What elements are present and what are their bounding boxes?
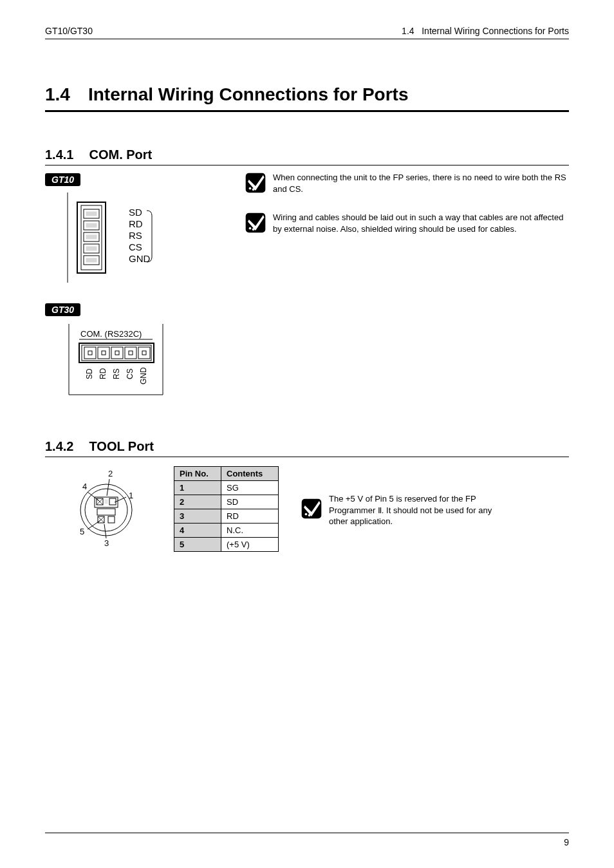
header-right-num: 1.4 (402, 26, 414, 36)
subsection-142-number: 1.4.2 (45, 439, 73, 454)
svg-text:RD: RD (129, 218, 143, 229)
svg-rect-26 (98, 347, 109, 359)
svg-text:1: 1 (129, 491, 133, 500)
svg-text:5: 5 (80, 527, 84, 536)
header-left: GT10/GT30 (45, 26, 93, 36)
svg-rect-24 (84, 347, 96, 359)
svg-rect-12 (86, 258, 97, 262)
pin-no: 5 (174, 538, 221, 552)
svg-text:RS: RS (129, 230, 142, 241)
header-right: 1.4 Internal Wiring Connections for Port… (402, 26, 569, 36)
svg-text:4: 4 (82, 482, 87, 491)
svg-rect-32 (138, 347, 150, 359)
th-contents: Contents (221, 467, 279, 481)
gt10-com-port-diagram: SD RD RS CS GND (64, 193, 232, 285)
note-1-text: When connecting the unit to the FP serie… (273, 172, 569, 194)
page-footer: 9 (45, 833, 569, 847)
pin-content: SD (221, 495, 279, 509)
svg-rect-22 (79, 343, 154, 363)
svg-rect-27 (102, 351, 106, 355)
section-title: Internal Wiring Connections for Ports (88, 84, 409, 105)
svg-text:CS: CS (126, 368, 135, 379)
note-1: When connecting the unit to the FP serie… (245, 172, 569, 196)
th-pin-no: Pin No. (174, 467, 221, 481)
header-right-title: Internal Wiring Connections for Ports (422, 26, 569, 36)
pin-content: (+5 V) (221, 538, 279, 552)
tool-port-pin-table: Pin No. Contents 1SG 2SD 3RD 4N.C. 5(+5 … (174, 466, 279, 552)
subsection-141-title: COM. Port (89, 147, 152, 162)
pin-no: 3 (174, 509, 221, 524)
svg-rect-28 (111, 347, 123, 359)
svg-point-45 (252, 228, 255, 231)
note-2-text: Wiring and cables should be laid out in … (273, 212, 569, 234)
gt10-badge: GT10 (45, 173, 80, 186)
svg-point-42 (252, 188, 255, 191)
svg-text:GND: GND (139, 367, 148, 384)
svg-rect-52 (105, 500, 107, 504)
page-number: 9 (564, 837, 569, 847)
page-header: GT10/GT30 1.4 Internal Wiring Connection… (45, 26, 569, 36)
gt30-badge: GT30 (45, 303, 80, 316)
note-2: Wiring and cables should be laid out in … (245, 212, 569, 236)
svg-rect-54 (108, 516, 115, 523)
section-rule (45, 110, 569, 112)
header-rule (45, 39, 569, 39)
svg-text:SD: SD (85, 368, 94, 379)
pin-no: 4 (174, 524, 221, 538)
svg-rect-25 (88, 351, 92, 355)
tool-port-diagram: 2 4 1 5 3 (45, 466, 167, 552)
svg-point-67 (308, 514, 311, 517)
table-row: 4N.C. (174, 524, 279, 538)
svg-rect-4 (86, 212, 97, 216)
section-heading: 1.4 Internal Wiring Connections for Port… (45, 84, 569, 105)
svg-text:2: 2 (108, 469, 113, 478)
pin-content: SG (221, 481, 279, 495)
svg-text:COM. (RS232C): COM. (RS232C) (80, 329, 142, 339)
subsection-141-heading: 1.4.1 COM. Port (45, 147, 569, 162)
svg-text:RD: RD (98, 368, 107, 379)
svg-rect-8 (86, 235, 97, 239)
table-row: 2SD (174, 495, 279, 509)
subsection-142-rule (45, 457, 569, 457)
section-number: 1.4 (45, 84, 70, 105)
svg-text:RS: RS (112, 368, 121, 379)
pin-content: RD (221, 509, 279, 524)
table-row: 1SG (174, 481, 279, 495)
svg-point-41 (249, 187, 252, 190)
svg-rect-33 (142, 351, 146, 355)
gt30-com-port-diagram: COM. (RS232C) SD RD (61, 324, 232, 404)
svg-rect-6 (86, 223, 97, 227)
svg-rect-10 (86, 247, 97, 250)
subsection-141-number: 1.4.1 (45, 147, 73, 162)
svg-rect-51 (109, 498, 116, 505)
svg-text:SD: SD (129, 207, 142, 218)
svg-rect-49 (97, 509, 115, 515)
svg-text:CS: CS (129, 241, 142, 252)
note-3-text: The +5 V of Pin 5 is reserved for the FP… (329, 493, 503, 527)
subsection-142-title: TOOL Port (89, 439, 153, 454)
svg-line-59 (107, 479, 109, 496)
pin-content: N.C. (221, 524, 279, 538)
note-icon (245, 172, 266, 196)
svg-rect-31 (129, 351, 133, 355)
subsection-142-heading: 1.4.2 TOOL Port (45, 439, 569, 454)
svg-rect-29 (115, 351, 119, 355)
svg-point-46 (80, 484, 132, 536)
svg-point-44 (249, 227, 252, 230)
pin-no: 2 (174, 495, 221, 509)
note-3: The +5 V of Pin 5 is reserved for the FP… (301, 493, 503, 527)
svg-text:3: 3 (104, 538, 109, 548)
pin-no: 1 (174, 481, 221, 495)
svg-point-66 (305, 513, 308, 516)
note-icon (301, 498, 322, 522)
table-header-row: Pin No. Contents (174, 467, 279, 481)
note-icon (245, 212, 266, 236)
svg-rect-30 (125, 347, 136, 359)
table-row: 5(+5 V) (174, 538, 279, 552)
table-row: 3RD (174, 509, 279, 524)
svg-line-56 (88, 520, 100, 529)
